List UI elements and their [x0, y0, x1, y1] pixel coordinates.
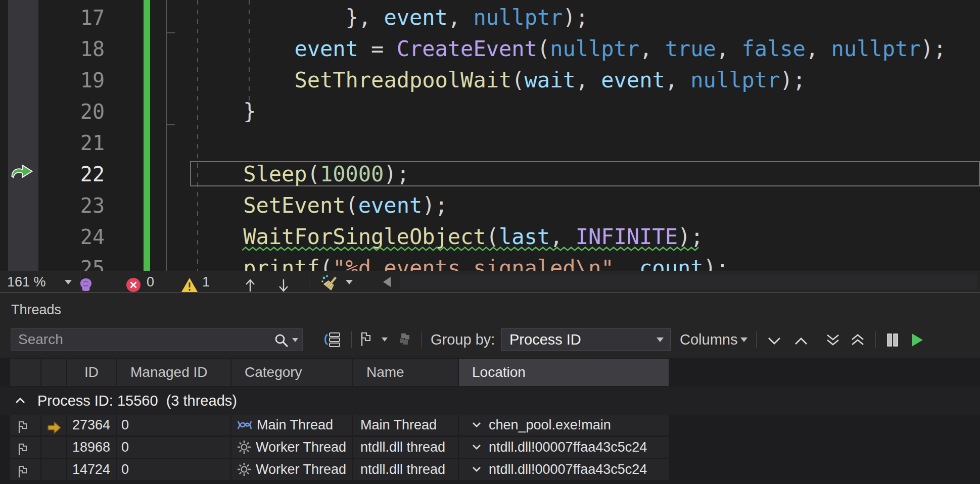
line-number[interactable]: 18 — [0, 33, 105, 65]
code-token: , — [550, 224, 576, 249]
zoom-control[interactable]: 161 % — [0, 271, 80, 293]
location-cell[interactable]: ntdll.dll!00007ffaa43c5c24 — [459, 437, 669, 458]
location-cell[interactable]: chen_pool.exe!main — [459, 415, 669, 435]
flag-cell[interactable] — [10, 437, 40, 458]
line-number[interactable]: 17 — [0, 2, 105, 33]
code-cleanup-broom-icon[interactable] — [320, 273, 341, 294]
scrollbar-left-arrow-icon[interactable] — [383, 277, 391, 287]
move-up-icon[interactable] — [794, 336, 808, 346]
code-token: } — [346, 5, 358, 30]
collapse-all-down-icon[interactable] — [826, 333, 840, 348]
pause-icon[interactable] — [885, 332, 900, 348]
line-number[interactable]: 21 — [0, 127, 105, 159]
line-number[interactable]: 23 — [0, 190, 105, 221]
code-token: wait — [525, 68, 576, 92]
chevron-down-icon[interactable] — [740, 337, 748, 342]
column-header-blank — [10, 359, 40, 386]
code-token: ); — [780, 68, 806, 92]
chevron-down-icon[interactable] — [346, 280, 353, 284]
code-line-25: 25printf("%d events signaled\n", count); — [0, 253, 980, 271]
threads-panel: Threads Search Group by: — [0, 292, 980, 484]
current-indicator-cell[interactable] — [41, 437, 66, 458]
column-header-category[interactable]: Category — [231, 359, 352, 386]
id-cell: 14724 — [67, 459, 116, 480]
group-by-dropdown[interactable]: Process ID — [501, 328, 671, 351]
code-token: nullptr — [473, 5, 563, 30]
thread-row-27364[interactable]: 273640 Main ThreadMain Thread chen_pool.… — [0, 415, 980, 437]
expand-all-up-icon[interactable] — [851, 333, 865, 348]
error-count[interactable]: 0 — [147, 271, 154, 293]
line-number[interactable]: 24 — [0, 221, 105, 253]
warning-count[interactable]: 1 — [202, 271, 210, 293]
line-number[interactable]: 22 — [0, 159, 105, 190]
code-token: WaitForSingleObject — [243, 224, 486, 249]
name-cell: ntdll.dll thread — [353, 459, 458, 480]
code-text: Sleep(10000); — [243, 159, 409, 190]
search-call-stack-icon[interactable] — [321, 330, 342, 349]
columns-button[interactable]: Columns — [680, 328, 737, 351]
code-text: SetEvent(event); — [243, 190, 448, 221]
column-header-id[interactable]: ID — [67, 359, 116, 386]
code-line-22: 22Sleep(10000); — [0, 159, 980, 190]
code-token: ); — [678, 224, 704, 249]
code-token: nullptr — [831, 36, 920, 61]
separator — [309, 275, 309, 288]
chevron-down-icon[interactable] — [292, 338, 298, 342]
code-token: event — [384, 5, 447, 30]
chevron-up-icon[interactable] — [15, 397, 25, 404]
current-indicator-cell[interactable] — [41, 415, 66, 435]
chevron-down-icon[interactable] — [472, 466, 481, 472]
line-number[interactable]: 20 — [0, 96, 105, 127]
code-token: , — [716, 36, 742, 61]
chevron-down-icon[interactable] — [472, 422, 481, 428]
location-label: ntdll.dll!00007ffaa43c5c24 — [489, 462, 647, 477]
zoom-level: 161 % — [7, 274, 46, 289]
separator — [875, 331, 876, 348]
column-header-name[interactable]: Name — [353, 359, 458, 386]
category-label: Worker Thread — [256, 462, 346, 477]
category-cell: Worker Thread — [231, 437, 352, 458]
flag-icon[interactable] — [15, 463, 30, 479]
search-input[interactable]: Search — [11, 328, 303, 351]
id-cell: 27364 — [67, 415, 116, 435]
chevron-down-icon — [657, 337, 664, 342]
column-header-managed-id[interactable]: Managed ID — [117, 359, 230, 386]
flag-filter-icon[interactable] — [358, 330, 374, 348]
chevron-down-icon — [65, 280, 72, 284]
current-indicator-cell[interactable] — [41, 459, 66, 480]
managed-id-cell: 0 — [117, 459, 230, 480]
code-editor[interactable]: 17}, event, nullptr);18event = CreateEve… — [0, 0, 980, 271]
group-by-value: Process ID — [509, 329, 581, 350]
move-down-icon[interactable] — [767, 336, 781, 346]
line-number[interactable]: 25 — [0, 253, 105, 271]
code-token: "%d events signaled\n" — [333, 256, 614, 271]
code-token: ( — [345, 193, 358, 218]
column-header-blank — [41, 359, 66, 386]
code-token: ( — [537, 36, 550, 61]
code-text: event = CreateEvent(nullptr, true, false… — [294, 33, 946, 65]
chevron-down-icon[interactable] — [472, 444, 481, 450]
thread-row-14724[interactable]: 147240 Worker Threadntdll.dll thread ntd… — [0, 459, 980, 481]
code-text: printf("%d events signaled\n", count); — [243, 253, 729, 271]
search-icon[interactable] — [274, 333, 289, 348]
flag-cell[interactable] — [10, 415, 40, 435]
flag-cell[interactable] — [10, 459, 40, 480]
flag-icon[interactable] — [15, 419, 30, 435]
line-number[interactable]: 19 — [0, 65, 105, 96]
column-header-location[interactable]: Location — [459, 359, 669, 386]
process-group-row[interactable]: Process ID: 15560 (3 threads) — [0, 387, 980, 415]
chevron-down-icon[interactable] — [382, 337, 388, 342]
separator — [351, 331, 352, 348]
code-token: ( — [307, 162, 320, 186]
continue-play-icon[interactable] — [911, 332, 924, 348]
flag-group-icon[interactable] — [396, 331, 413, 348]
panel-title: Threads — [11, 302, 61, 318]
thread-row-18968[interactable]: 189680 Worker Threadntdll.dll thread ntd… — [0, 437, 980, 459]
code-token: Sleep — [243, 162, 307, 186]
horizontal-scrollbar-track[interactable] — [400, 274, 977, 289]
managed-id-cell: 0 — [117, 415, 230, 435]
code-token: , — [614, 256, 640, 271]
flag-icon[interactable] — [15, 441, 30, 457]
code-token: ); — [563, 5, 589, 30]
location-cell[interactable]: ntdll.dll!00007ffaa43c5c24 — [459, 459, 669, 480]
